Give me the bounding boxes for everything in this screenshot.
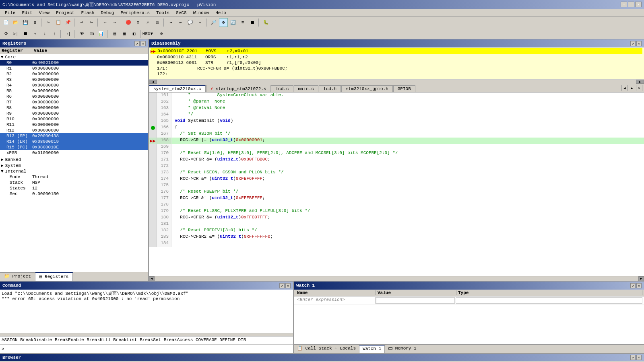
comment-button[interactable]: 💬	[186, 18, 195, 27]
src-scroll-right[interactable]: ▶	[638, 276, 644, 281]
reg-r11[interactable]: R110x00000000	[0, 122, 148, 128]
system-expand-icon[interactable]: ▶	[1, 163, 4, 168]
reg-r15-pc[interactable]: R15 (PC)0x0800010E	[0, 144, 148, 150]
hex-display-button[interactable]: HEX▼	[143, 29, 152, 38]
tab-system-stm32f0xx[interactable]: system_stm32f0xx.c	[149, 85, 206, 92]
watch1-tab[interactable]: Watch 1	[359, 345, 385, 353]
scroll-track[interactable]	[157, 80, 636, 84]
step-into-button[interactable]: ↓	[40, 29, 49, 38]
reg-r8[interactable]: R80x00000000	[0, 105, 148, 111]
tab-startup-stm32f072[interactable]: ⚡ startup_stm32f072.s	[206, 85, 271, 92]
reg-xpsr[interactable]: xPSR0x01000000	[0, 150, 148, 156]
menu-window[interactable]: Window	[190, 10, 213, 16]
watch-close-button[interactable]: ✕	[636, 283, 642, 288]
scroll-right-icon[interactable]: ▶	[636, 80, 644, 84]
tab-gpiob[interactable]: GPIOB	[393, 85, 415, 92]
reg-r7[interactable]: R70x00000000	[0, 99, 148, 105]
indent-button[interactable]: ⇥	[167, 18, 175, 27]
scroll-left-icon[interactable]: ◀	[149, 80, 157, 84]
var1-button[interactable]: ▤	[110, 29, 119, 38]
stop-button[interactable]: ⏹	[248, 18, 257, 27]
debug-button[interactable]: 🐛	[262, 18, 270, 27]
disassembly-area[interactable]: ▶▶ 0x0800010E 2201 MOVS r2,#0x01 0x08000…	[149, 47, 644, 80]
watch-window-button[interactable]: 👁	[77, 29, 86, 38]
clear-breakpoints-button[interactable]: ⊘	[134, 18, 142, 27]
memory1-tab[interactable]: 🗃 Memory 1	[385, 345, 420, 353]
disasm-close-button[interactable]: ✕	[636, 41, 642, 46]
watch-value-input[interactable]	[376, 297, 455, 304]
reset-button[interactable]: ⟳	[2, 29, 10, 38]
core-expand-icon[interactable]: ▼	[1, 55, 4, 60]
reg-r6[interactable]: R60x00000000	[0, 94, 148, 99]
new-file-button[interactable]: 📄	[2, 18, 10, 27]
build-target-button[interactable]: ⚙	[219, 18, 228, 27]
reg-r4[interactable]: R40x00000000	[0, 82, 148, 88]
reg-r3[interactable]: R30x00000000	[0, 77, 148, 82]
watch-float-button[interactable]: ⇗	[630, 283, 636, 288]
tab-stm32f0xx-gpio[interactable]: stm32f0xx_gpio.h	[341, 85, 393, 92]
stop-exec-button[interactable]: ⏹	[21, 29, 30, 38]
command-input[interactable]	[6, 347, 293, 352]
tabs-scroll-right[interactable]: ▶	[629, 85, 635, 91]
source-hscroll[interactable]: ◀ ▶	[149, 276, 644, 281]
close-button[interactable]: ✕	[635, 2, 642, 7]
reg-r14-lr[interactable]: R14 (LR)0x08000019	[0, 139, 148, 144]
menu-svcs[interactable]: SVCS	[173, 10, 190, 16]
outdent-button[interactable]: ⇤	[176, 18, 185, 27]
tabs-close-button[interactable]: ✕	[636, 85, 642, 91]
nav-back-button[interactable]: ←	[101, 18, 109, 27]
find-button[interactable]: 🔎	[209, 18, 218, 27]
menu-file[interactable]: File	[2, 10, 19, 16]
internal-expand-icon[interactable]: ▼	[1, 169, 4, 174]
menu-debug[interactable]: Debug	[97, 10, 117, 16]
rebuild-button[interactable]: 🔄	[229, 18, 237, 27]
reg-r0[interactable]: R00x40021000	[0, 60, 148, 66]
toggle-breakpoint-button[interactable]: 🔴	[124, 18, 133, 27]
step-out-button[interactable]: ↑	[50, 29, 59, 38]
menu-project[interactable]: Project	[53, 10, 78, 16]
source-editor[interactable]: 161 * SystemCoreClock variable. 162 * @p…	[149, 93, 644, 276]
reg-r2[interactable]: R20x00000000	[0, 71, 148, 77]
breakpoint-dot-166[interactable]	[151, 126, 155, 130]
menu-tools[interactable]: Tools	[153, 10, 173, 16]
uncomment-button[interactable]: ¬	[196, 18, 204, 27]
reg-r5[interactable]: R50x00000000	[0, 88, 148, 94]
banked-expand-icon[interactable]: ▶	[1, 157, 4, 162]
enable-breakpoints-button[interactable]: ⚡	[143, 18, 152, 27]
paste-button[interactable]: 📌	[64, 18, 72, 27]
batch-build-button[interactable]: ≡	[238, 18, 247, 27]
var3-button[interactable]: ◧	[130, 29, 138, 38]
browser-close-button[interactable]: ✕	[636, 355, 642, 360]
project-tab[interactable]: 📁 Project	[0, 272, 35, 281]
reg-r1[interactable]: R10x00000000	[0, 66, 148, 71]
reg-r13-sp[interactable]: R13 (SP)0x20000438	[0, 133, 148, 139]
src-scroll-track[interactable]	[155, 277, 638, 281]
command-close-button[interactable]: ✕	[285, 283, 291, 288]
copy-button[interactable]: 📋	[54, 18, 63, 27]
watch-enter-expr-row[interactable]: <Enter expression>	[294, 296, 644, 305]
redo-button[interactable]: ↪	[87, 18, 96, 27]
reg-r10[interactable]: R100x00000000	[0, 116, 148, 122]
watch-enter-expr-text[interactable]: <Enter expression>	[295, 297, 376, 304]
call-stack-locals-tab[interactable]: 📋 Call Stack + Locals	[294, 345, 359, 353]
cut-button[interactable]: ✂	[44, 18, 53, 27]
watch-type-input[interactable]	[456, 297, 642, 304]
reg-r12[interactable]: R120x00000000	[0, 128, 148, 133]
step-over-button[interactable]: ↷	[31, 29, 39, 38]
command-vscroll[interactable]	[0, 333, 293, 336]
save-button[interactable]: 💾	[21, 18, 30, 27]
menu-help[interactable]: Help	[212, 10, 229, 16]
command-float-button[interactable]: ⇗	[279, 283, 285, 288]
disasm-hscroll[interactable]: ◀ ▶	[149, 80, 644, 84]
tab-main-c[interactable]: main.c	[294, 85, 319, 92]
run-to-cursor-button[interactable]: ▷|	[11, 29, 20, 38]
minimize-button[interactable]: −	[621, 2, 627, 7]
registers-body[interactable]: ▼ Core R00x40021000 R10x00000000 R20x000…	[0, 54, 148, 272]
exec-to-here-button[interactable]: →|	[64, 29, 72, 38]
save-all-button[interactable]: ⊞	[31, 18, 39, 27]
menu-edit[interactable]: Edit	[19, 10, 35, 16]
registers-tab[interactable]: ▤ Registers	[35, 272, 73, 281]
reg-r9[interactable]: R90x00000000	[0, 111, 148, 116]
watch-body[interactable]: <Enter expression>	[294, 296, 644, 344]
browser-float-button[interactable]: ⇗	[630, 355, 636, 360]
